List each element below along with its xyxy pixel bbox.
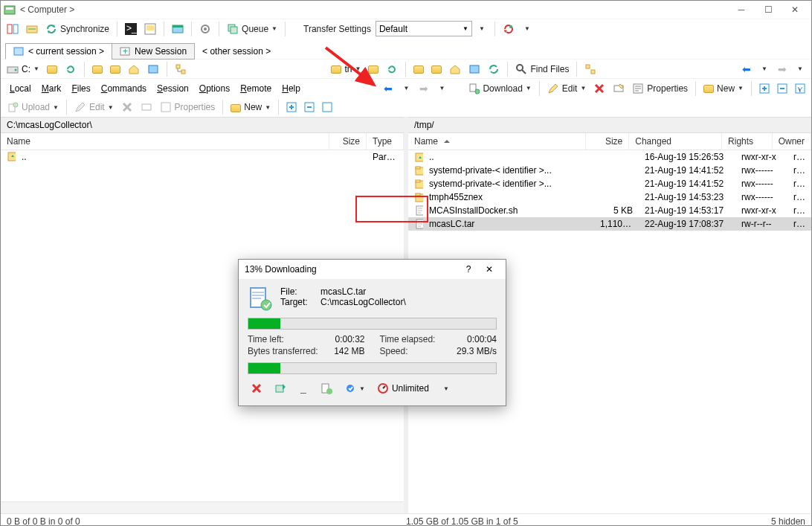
explorer-icon[interactable] — [169, 21, 187, 37]
list-item[interactable]: .. Parent d — [1, 150, 404, 164]
minimize-button[interactable]: ─ — [728, 2, 755, 17]
col-name[interactable]: Name — [1, 133, 329, 150]
local-root-icon[interactable] — [107, 61, 123, 77]
col-type[interactable]: Type — [367, 133, 404, 150]
col-size[interactable]: Size — [586, 133, 629, 150]
tab-other-session[interactable]: < other session > — [194, 43, 279, 60]
dialog-close-button[interactable]: ✕ — [479, 262, 500, 277]
menu-options[interactable]: Options — [199, 83, 230, 94]
download-button[interactable]: Download ▼ — [465, 80, 534, 97]
remote-bookmark-icon[interactable] — [465, 61, 483, 77]
remote-root-icon[interactable] — [428, 61, 445, 77]
remote-edit-button[interactable]: Edit ▼ — [544, 80, 590, 97]
console-icon[interactable]: >_ — [122, 21, 140, 37]
local-scrollbar[interactable] — [1, 502, 404, 513]
menu-session[interactable]: Session — [157, 83, 189, 94]
remote-drive-combo[interactable]: tn ▼ — [328, 61, 364, 77]
remote-new-button[interactable]: New ▼ — [700, 80, 747, 97]
nav-back-icon[interactable]: ⬅ — [738, 61, 755, 77]
reconnect-dropdown[interactable]: ▼ — [519, 21, 535, 37]
local-home-icon[interactable] — [125, 61, 143, 77]
menu-local[interactable]: Local — [10, 83, 31, 94]
remote-properties-button[interactable]: Properties — [629, 80, 691, 97]
reconnect-icon[interactable] — [500, 21, 518, 37]
remote-open-folder-icon[interactable] — [365, 61, 381, 77]
tab-new-session[interactable]: + New Session — [112, 43, 195, 60]
transfer-settings-icon[interactable]: ▼ — [341, 380, 368, 397]
col-size[interactable]: Size — [329, 133, 367, 150]
col-name[interactable]: Name — [408, 133, 586, 150]
select-all-plus-icon[interactable] — [756, 80, 773, 97]
chevron-down-icon: ▼ — [355, 65, 361, 72]
local-parent-icon[interactable] — [89, 61, 106, 77]
list-item[interactable]: mcasLC.tar1,110,4...22-Aug-19 17:08:37rw… — [408, 217, 811, 231]
list-item[interactable]: MCASInstallDocker.sh5 KB21-Aug-19 14:53:… — [408, 204, 811, 217]
queue-button[interactable]: Queue ▼ — [224, 21, 280, 37]
local-drive-combo[interactable]: C: ▼ — [4, 61, 42, 77]
local-nav-back-dropdown[interactable]: ▼ — [398, 80, 414, 97]
local-open-folder-icon[interactable] — [44, 61, 60, 77]
minimize-icon[interactable]: _ — [295, 380, 312, 397]
local-nav-forward-icon[interactable]: ➡ — [416, 80, 432, 97]
col-rights[interactable]: Rights — [722, 133, 773, 150]
local-rename-icon[interactable] — [138, 99, 155, 115]
transfer-settings-dropdown[interactable]: ▼ — [474, 21, 490, 37]
sync-browse-icon[interactable] — [23, 21, 41, 37]
local-select-plus-icon[interactable] — [283, 99, 300, 115]
putty-icon[interactable] — [141, 21, 159, 37]
local-delete-icon[interactable] — [118, 99, 136, 115]
maximize-button[interactable]: ☐ — [755, 2, 782, 17]
close-button[interactable]: ✕ — [782, 2, 808, 17]
local-properties-button[interactable]: Properties — [157, 99, 219, 115]
local-tree-icon[interactable] — [172, 61, 190, 77]
nav-back-dropdown[interactable]: ▼ — [756, 61, 773, 77]
speed-limit-dropdown[interactable]: ▼ — [438, 380, 454, 397]
menu-help[interactable]: Help — [282, 83, 300, 94]
local-refresh-icon[interactable] — [62, 61, 80, 77]
local-new-button[interactable]: New ▼ — [228, 99, 274, 115]
select-filter-icon[interactable] — [792, 80, 808, 97]
remote-tree-icon[interactable] — [581, 61, 599, 77]
remote-home-icon[interactable] — [446, 61, 464, 77]
nav-forward-icon[interactable]: ➡ — [774, 61, 790, 77]
menu-files[interactable]: Files — [71, 83, 90, 94]
dialog-help-button[interactable]: ? — [458, 262, 479, 277]
local-nav-forward-dropdown[interactable]: ▼ — [434, 80, 450, 97]
menu-commands[interactable]: Commands — [101, 83, 146, 94]
find-files-button[interactable]: Find Files — [512, 61, 572, 77]
nav-forward-dropdown[interactable]: ▼ — [792, 61, 808, 77]
local-nav-back-icon[interactable]: ⬅ — [380, 80, 396, 97]
cancel-icon[interactable] — [248, 380, 265, 397]
remote-sync-icon[interactable] — [485, 61, 503, 77]
list-item[interactable]: tmph455znex21-Aug-19 14:53:23rwx------ro… — [408, 190, 811, 204]
local-edit-button[interactable]: Edit ▼ — [71, 99, 117, 115]
col-changed[interactable]: Changed — [629, 133, 722, 150]
speed-key: Speed: — [380, 346, 408, 356]
settings-icon[interactable] — [196, 21, 214, 37]
list-item[interactable]: systemd-private-< identifier >...21-Aug-… — [408, 164, 811, 177]
list-item[interactable]: ..16-Aug-19 15:26:53rwxr-xr-xroot — [408, 150, 811, 164]
speed-limit-button[interactable]: Unlimited — [374, 380, 432, 397]
background-icon[interactable] — [271, 380, 289, 397]
col-owner[interactable]: Owner — [773, 133, 811, 150]
remote-parent-icon[interactable] — [410, 61, 427, 77]
svg-rect-23 — [181, 70, 185, 74]
local-select-minus-icon[interactable] — [301, 99, 318, 115]
local-path: C:\mcasLogCollector\ — [1, 117, 404, 133]
remote-delete-icon[interactable] — [590, 80, 608, 97]
compare-dirs-icon[interactable] — [4, 21, 22, 37]
list-item[interactable]: systemd-private-< identifier >...21-Aug-… — [408, 177, 811, 190]
upload-button[interactable]: Upload ▼ — [4, 99, 62, 115]
tab-current-session[interactable]: < current session > — [5, 43, 112, 60]
once-done-icon[interactable] — [318, 380, 335, 397]
select-none-minus-icon[interactable] — [774, 80, 790, 97]
local-bookmark-icon[interactable] — [144, 61, 162, 77]
menu-remote[interactable]: Remote — [240, 83, 271, 94]
remote-rename-icon[interactable] — [610, 80, 628, 97]
remote-refresh-icon[interactable] — [383, 61, 401, 77]
synchronize-button[interactable]: Synchronize — [42, 21, 112, 37]
transfer-settings-combo[interactable]: Default ▼ — [376, 21, 472, 36]
local-select-filter-icon[interactable] — [319, 99, 335, 115]
svg-rect-45 — [416, 167, 420, 169]
menu-mark[interactable]: Mark — [42, 83, 62, 94]
